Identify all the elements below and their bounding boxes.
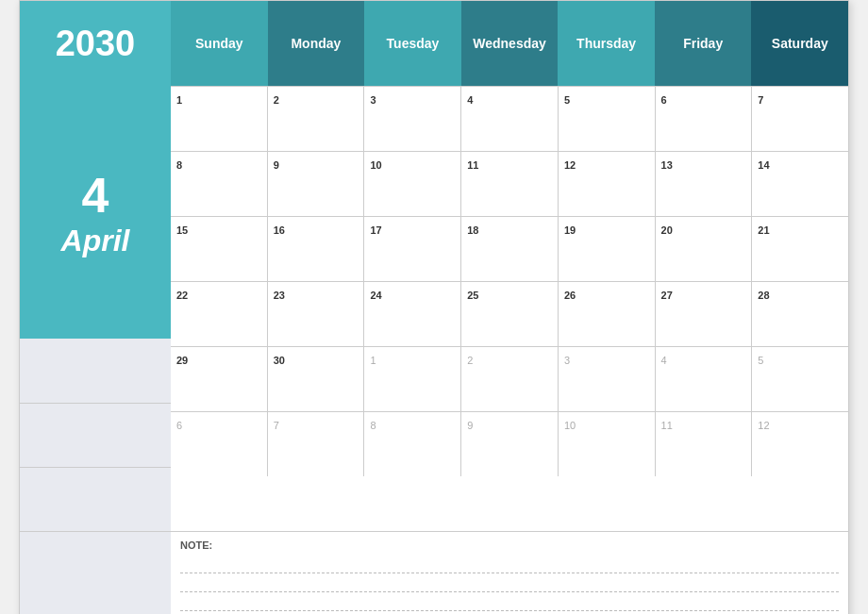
day-cell[interactable]: 7: [267, 412, 364, 476]
calendar-body: 4 April 12345678910111213141516171819202…: [20, 86, 848, 531]
day-cell[interactable]: 22: [171, 282, 267, 346]
week-row-3: 15161718192021: [171, 216, 848, 281]
day-number: 26: [564, 290, 576, 301]
thursday-header: Thursday: [558, 1, 655, 86]
day-number: 9: [467, 420, 473, 431]
day-number: 5: [564, 94, 570, 106]
calendar: 2030 Sunday Monday Tuesday Wednesday Thu…: [19, 0, 849, 614]
day-cell[interactable]: 30: [267, 347, 364, 411]
day-number: 5: [758, 355, 763, 366]
day-number: 7: [758, 94, 763, 106]
day-cell[interactable]: 11: [460, 152, 558, 216]
day-cell[interactable]: 24: [363, 282, 460, 346]
day-cell[interactable]: 3: [558, 347, 655, 411]
day-cell[interactable]: 2: [460, 347, 558, 411]
day-number: 21: [758, 224, 769, 236]
day-number: 16: [274, 224, 285, 236]
day-cell[interactable]: 29: [171, 347, 267, 411]
notes-side: [20, 532, 171, 614]
day-number: 4: [661, 355, 667, 366]
day-cell[interactable]: 12: [558, 152, 655, 216]
day-number: 4: [467, 94, 473, 106]
day-cell[interactable]: 4: [460, 87, 558, 151]
day-number: 13: [661, 159, 673, 171]
day-cell[interactable]: 19: [558, 217, 655, 281]
day-cell[interactable]: 12: [751, 412, 848, 476]
day-cell[interactable]: 11: [655, 412, 752, 476]
note-line-1: [180, 555, 839, 573]
day-cell[interactable]: 10: [558, 412, 655, 476]
note-line-2: [180, 573, 839, 592]
day-cell[interactable]: 26: [558, 282, 655, 346]
day-number: 6: [176, 420, 182, 431]
day-number: 28: [758, 290, 769, 301]
day-number: 24: [370, 290, 381, 301]
side-row-4: [20, 339, 171, 403]
note-label: NOTE:: [180, 539, 839, 551]
friday-header: Friday: [655, 1, 752, 86]
week-row-1: 1234567: [171, 86, 848, 151]
day-number: 1: [370, 355, 376, 366]
day-number: 25: [467, 290, 478, 301]
day-cell[interactable]: 23: [267, 282, 364, 346]
monday-header: Monday: [268, 1, 365, 86]
week-row-4: 22232425262728: [171, 281, 848, 346]
year-block: 2030: [20, 1, 171, 86]
day-number: 6: [661, 94, 667, 106]
day-cell[interactable]: 16: [267, 217, 364, 281]
month-name: April: [61, 224, 130, 258]
day-cell[interactable]: 9: [267, 152, 364, 216]
days-header: Sunday Monday Tuesday Wednesday Thursday…: [171, 1, 848, 86]
month-block: 4 April: [20, 86, 171, 339]
saturday-header: Saturday: [751, 1, 848, 86]
day-cell[interactable]: 9: [460, 412, 558, 476]
day-number: 19: [564, 224, 576, 236]
day-cell[interactable]: 21: [751, 217, 848, 281]
day-number: 10: [370, 159, 381, 171]
day-cell[interactable]: 20: [655, 217, 752, 281]
week-row-6: 6789101112: [171, 411, 848, 476]
day-cell[interactable]: 1: [171, 87, 267, 151]
day-number: 11: [467, 159, 478, 171]
day-cell[interactable]: 17: [363, 217, 460, 281]
day-cell[interactable]: 10: [363, 152, 460, 216]
day-number: 30: [274, 355, 285, 366]
week-row-2: 891011121314: [171, 151, 848, 216]
calendar-grid: 1234567891011121314151617181920212223242…: [171, 86, 848, 531]
day-number: 18: [467, 224, 478, 236]
day-cell[interactable]: 6: [655, 87, 752, 151]
day-cell[interactable]: 8: [171, 152, 267, 216]
day-number: 11: [661, 420, 673, 431]
day-cell[interactable]: 1: [363, 347, 460, 411]
day-cell[interactable]: 27: [655, 282, 752, 346]
day-cell[interactable]: 25: [460, 282, 558, 346]
day-number: 12: [758, 420, 769, 431]
side-block: 4 April: [20, 86, 171, 531]
day-cell[interactable]: 7: [751, 87, 848, 151]
day-number: 2: [467, 355, 473, 366]
note-line-3: [180, 592, 839, 611]
notes-area: NOTE:: [171, 532, 848, 614]
day-cell[interactable]: 13: [655, 152, 752, 216]
day-number: 3: [370, 94, 376, 106]
day-cell[interactable]: 14: [751, 152, 848, 216]
year-label: 2030: [56, 24, 136, 64]
day-number: 27: [661, 290, 673, 301]
day-number: 8: [176, 159, 182, 171]
day-cell[interactable]: 28: [751, 282, 848, 346]
month-number: 4: [82, 167, 109, 224]
day-cell[interactable]: 5: [558, 87, 655, 151]
day-cell[interactable]: 15: [171, 217, 267, 281]
day-cell[interactable]: 6: [171, 412, 267, 476]
day-number: 23: [274, 290, 285, 301]
day-cell[interactable]: 4: [655, 347, 752, 411]
day-number: 2: [274, 94, 279, 106]
calendar-header: 2030 Sunday Monday Tuesday Wednesday Thu…: [20, 1, 848, 86]
day-number: 9: [274, 159, 279, 171]
day-cell[interactable]: 18: [460, 217, 558, 281]
day-cell[interactable]: 3: [363, 87, 460, 151]
day-cell[interactable]: 8: [363, 412, 460, 476]
day-cell[interactable]: 2: [267, 87, 364, 151]
day-number: 3: [564, 355, 570, 366]
day-cell[interactable]: 5: [751, 347, 848, 411]
